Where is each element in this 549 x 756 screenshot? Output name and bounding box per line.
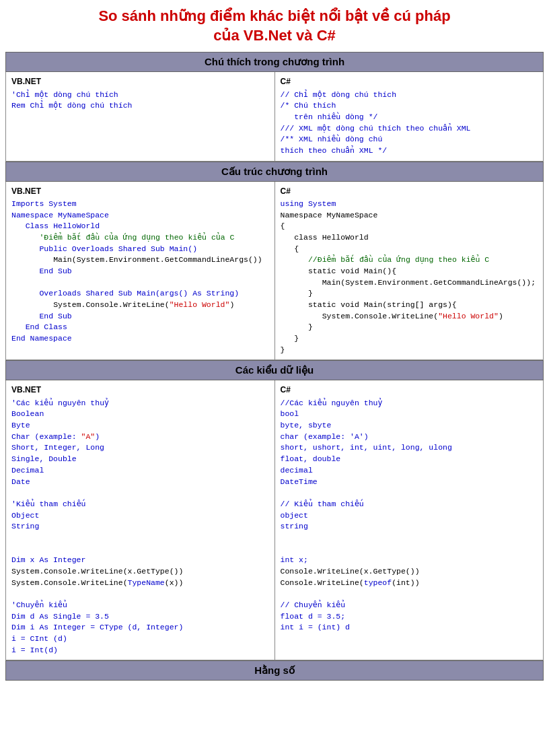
- csharp-code-kieu-du-lieu: //Các kiểu nguyên thuỷ bool byte, sbyte …: [281, 398, 538, 633]
- csharp-code-chu-thich: // Chỉ một dòng chú thích /* Chú thích t…: [281, 90, 538, 157]
- page: So sánh những điểm khác biệt nổi bật về …: [0, 0, 549, 687]
- col-vbnet-chu-thich: VB.NET 'Chỉ một dòng chú thích Rem Chỉ m…: [6, 72, 275, 160]
- vbnet-code-chu-thich: 'Chỉ một dòng chú thích Rem Chỉ một dòng…: [11, 90, 269, 112]
- csharp-label-2: C#: [281, 186, 538, 197]
- col-vbnet-cau-truc: VB.NET Imports System Namespace MyNameSp…: [6, 182, 275, 360]
- section-cau-truc: Cấu trúc chương trình VB.NET Imports Sys…: [5, 162, 544, 361]
- col-vbnet-kieu-du-lieu: VB.NET 'Các kiểu nguyên thuỷ Boolean Byt…: [6, 380, 275, 660]
- section-chu-thich: Chú thích trong chương trình VB.NET 'Chỉ…: [5, 52, 544, 161]
- csharp-code-cau-truc: using System Namespace MyNameSpace { cla…: [281, 199, 538, 355]
- vbnet-code-kieu-du-lieu: 'Các kiểu nguyên thuỷ Boolean Byte Char …: [11, 398, 269, 656]
- section-header-kieu-du-lieu: Các kiểu dữ liệu: [5, 360, 544, 380]
- section-body-kieu-du-lieu: VB.NET 'Các kiểu nguyên thuỷ Boolean Byt…: [5, 380, 544, 660]
- section-body-cau-truc: VB.NET Imports System Namespace MyNameSp…: [5, 182, 544, 361]
- col-csharp-kieu-du-lieu: C# //Các kiểu nguyên thuỷ bool byte, sby…: [275, 380, 544, 660]
- section-header-chu-thich: Chú thích trong chương trình: [5, 52, 544, 72]
- csharp-label-3: C#: [281, 384, 538, 396]
- section-header-hang-so: Hằng số: [5, 660, 544, 681]
- col-csharp-chu-thich: C# // Chỉ một dòng chú thích /* Chú thíc…: [275, 72, 544, 160]
- section-header-cau-truc: Cấu trúc chương trình: [5, 162, 544, 182]
- vbnet-label-1: VB.NET: [11, 76, 269, 88]
- title-line1: So sánh những điểm khác biệt nổi bật về …: [98, 7, 450, 24]
- vbnet-code-cau-truc: Imports System Namespace MyNameSpace Cla…: [11, 199, 269, 345]
- section-kieu-du-lieu: Các kiểu dữ liệu VB.NET 'Các kiểu nguyên…: [5, 360, 544, 660]
- section-hang-so: Hằng số: [5, 660, 544, 681]
- title-line2: của VB.Net và C#: [213, 27, 336, 44]
- csharp-label-1: C#: [281, 76, 538, 88]
- col-csharp-cau-truc: C# using System Namespace MyNameSpace { …: [275, 182, 544, 360]
- vbnet-label-2: VB.NET: [11, 186, 269, 197]
- main-title: So sánh những điểm khác biệt nổi bật về …: [5, 7, 544, 45]
- section-body-chu-thich: VB.NET 'Chỉ một dòng chú thích Rem Chỉ m…: [5, 72, 544, 161]
- vbnet-label-3: VB.NET: [11, 384, 269, 396]
